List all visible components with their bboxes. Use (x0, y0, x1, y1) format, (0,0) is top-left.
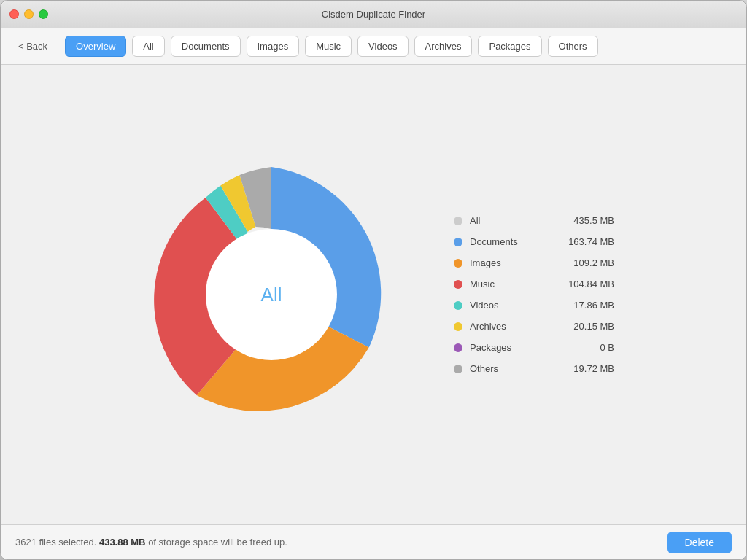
legend-dot-all (454, 217, 462, 225)
status-text: 3621 files selected. 433.88 MB of storag… (15, 537, 287, 548)
tab-all[interactable]: All (132, 36, 164, 57)
back-button[interactable]: < Back (12, 38, 53, 55)
donut-hole (206, 229, 337, 360)
legend-value-images: 109.2 MB (556, 257, 614, 268)
legend-label-archives: Archives (470, 321, 549, 332)
donut-svg (133, 156, 410, 433)
toolbar: < Back Overview All Documents Images Mus… (1, 28, 746, 65)
tab-images[interactable]: Images (247, 36, 300, 57)
tab-music[interactable]: Music (305, 36, 352, 57)
app-window: Cisdem Duplicate Finder < Back Overview … (0, 0, 747, 560)
legend-label-others: Others (470, 363, 549, 374)
delete-button[interactable]: Delete (667, 532, 732, 553)
legend-value-packages: 0 B (556, 342, 614, 353)
minimize-button[interactable] (24, 9, 34, 19)
legend-value-music: 104.84 MB (556, 279, 614, 289)
tab-archives[interactable]: Archives (414, 36, 473, 57)
tab-others[interactable]: Others (548, 36, 598, 57)
donut-chart: All (133, 156, 410, 433)
main-content: All All 435.5 MB Documents 163.74 MB Ima… (1, 65, 746, 524)
close-button[interactable] (9, 9, 19, 19)
legend-label-images: Images (470, 257, 549, 268)
legend-value-videos: 17.86 MB (556, 300, 614, 311)
legend-dot-documents (454, 238, 462, 246)
legend-value-all: 435.5 MB (556, 215, 614, 226)
tab-documents[interactable]: Documents (171, 36, 241, 57)
maximize-button[interactable] (39, 9, 48, 19)
legend-value-archives: 20.15 MB (556, 321, 614, 332)
legend: All 435.5 MB Documents 163.74 MB Images … (454, 215, 614, 374)
text-before: files selected. (36, 537, 99, 548)
chart-area: All All 435.5 MB Documents 163.74 MB Ima… (133, 156, 614, 433)
files-count: 3621 (15, 537, 36, 548)
title-bar: Cisdem Duplicate Finder (1, 1, 746, 28)
legend-item-archives: Archives 20.15 MB (454, 321, 614, 332)
legend-dot-videos (454, 301, 462, 310)
legend-label-music: Music (470, 279, 549, 289)
legend-label-documents: Documents (470, 236, 549, 247)
legend-value-documents: 163.74 MB (556, 236, 614, 247)
status-bar: 3621 files selected. 433.88 MB of storag… (1, 524, 746, 559)
window-title: Cisdem Duplicate Finder (322, 9, 425, 20)
text-after: of storage space will be freed up. (146, 537, 287, 548)
legend-item-all: All 435.5 MB (454, 215, 614, 226)
legend-item-others: Others 19.72 MB (454, 363, 614, 374)
legend-dot-others (454, 365, 462, 373)
legend-dot-packages (454, 343, 462, 352)
legend-label-all: All (470, 215, 549, 226)
tab-overview[interactable]: Overview (65, 36, 126, 57)
legend-item-images: Images 109.2 MB (454, 257, 614, 268)
tab-videos[interactable]: Videos (357, 36, 409, 57)
legend-dot-archives (454, 322, 462, 331)
legend-item-music: Music 104.84 MB (454, 279, 614, 289)
legend-label-videos: Videos (470, 300, 549, 311)
legend-item-videos: Videos 17.86 MB (454, 300, 614, 311)
legend-item-packages: Packages 0 B (454, 342, 614, 353)
tab-packages[interactable]: Packages (478, 36, 541, 57)
legend-value-others: 19.72 MB (556, 363, 614, 374)
legend-dot-images (454, 259, 462, 268)
size-value: 433.88 MB (99, 537, 146, 548)
legend-dot-music (454, 280, 462, 289)
legend-item-documents: Documents 163.74 MB (454, 236, 614, 247)
legend-label-packages: Packages (470, 342, 549, 353)
traffic-lights (9, 9, 48, 19)
